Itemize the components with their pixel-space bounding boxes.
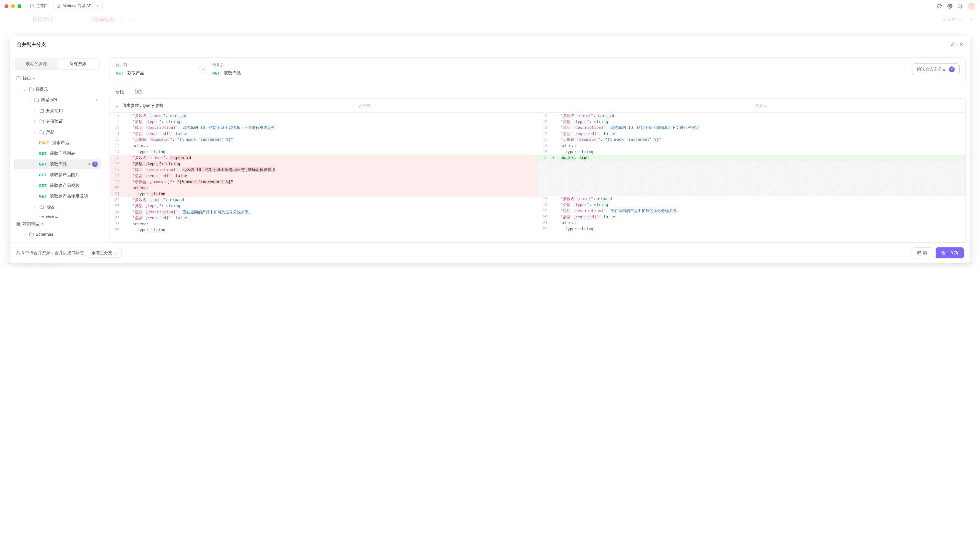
- chevron-icon: ⌄: [34, 130, 38, 134]
- bell-icon[interactable]: [957, 3, 963, 9]
- branch-name: 08w1: [98, 17, 108, 22]
- cancel-button[interactable]: 取 消: [912, 247, 932, 258]
- status-dot: [89, 163, 90, 165]
- modal-title: 合并到主分支: [17, 42, 46, 48]
- after-label: 合并后: [212, 62, 290, 68]
- code-line: 15--"参数名 [name]": region_id: [110, 155, 537, 161]
- user-avatar[interactable]: [968, 2, 975, 10]
- close-modal-icon[interactable]: ✕: [959, 42, 963, 47]
- tree-item[interactable]: ›购物车: [14, 212, 101, 218]
- tree-label: 商城 API: [41, 97, 57, 103]
- diff-left-pane[interactable]: 8-"参数名 [name]": cart_id9"类型 [type]": str…: [110, 113, 538, 242]
- confirm-merge-button[interactable]: 确认合入主分支 ✓: [912, 63, 959, 75]
- tree-item[interactable]: GET获取产品✓: [14, 159, 101, 169]
- settings-icon[interactable]: [947, 3, 953, 9]
- project-tab[interactable]: Medusa 商城 API ✕: [53, 2, 103, 10]
- merge-button[interactable]: 合并 3 项: [936, 247, 964, 258]
- tree-label: 产品: [46, 129, 55, 135]
- tab-preview[interactable]: 预览: [130, 85, 148, 98]
- code-line: 18-"必需 [required]": false: [110, 173, 537, 179]
- tree-item[interactable]: ⌄商城 API: [14, 95, 101, 105]
- diff-section-title: 请求参数 / Query 参数: [122, 103, 164, 109]
- code-line: 15 type: string: [538, 149, 966, 155]
- tree-item[interactable]: ›开始使用: [14, 106, 101, 116]
- chevron-down-icon: ▾: [33, 77, 37, 80]
- method-badge: GET: [39, 184, 47, 188]
- method-badge: GET: [116, 71, 124, 75]
- tree-item[interactable]: GET获取产品列表: [14, 148, 101, 159]
- folder-icon: [40, 109, 44, 113]
- chevron-down-icon[interactable]: ⌄: [116, 104, 119, 107]
- folder-icon: [40, 205, 44, 209]
- tree-item[interactable]: ⌄根目录: [14, 84, 101, 95]
- home-tab[interactable]: 主窗口: [27, 2, 51, 10]
- svg-point-0: [949, 5, 951, 7]
- tree-item[interactable]: GET获取参产品使用说明: [14, 191, 101, 201]
- more-icon[interactable]: ⋯: [128, 17, 132, 22]
- maximize-window-button[interactable]: [18, 4, 21, 8]
- data-model-section-header[interactable]: 数据模型 ▾: [12, 220, 102, 228]
- post-merge-status-select[interactable]: 跟随主分支 ⌄: [88, 248, 122, 258]
- close-window-button[interactable]: [5, 4, 8, 8]
- diff-before-header: 合并前: [166, 103, 563, 109]
- code-line: 25"必需 [required]": false: [110, 215, 537, 221]
- app-header: 接口管理 ⎇ 08w1 ✕ ＋ ⋯ 测试环境 ⌄ ≡: [0, 12, 980, 27]
- code-line: 21schema:: [538, 220, 966, 226]
- svg-rect-3: [17, 223, 21, 224]
- tree-item[interactable]: GET获取参产品图片: [14, 170, 101, 180]
- folder-icon: [29, 232, 34, 237]
- tab-changed-resources[interactable]: 改动的资源: [16, 59, 57, 69]
- modal-footer: 共 3 个待合并资源，合并后接口状态 跟随主分支 ⌄ 取 消 合并 3 项: [10, 242, 970, 263]
- tree-label: Schemas: [35, 232, 53, 237]
- diff-right-pane[interactable]: 9-"参数名 [name]": cart_id10"类型 [type]": st…: [538, 113, 966, 242]
- chevron-icon: ›: [34, 109, 38, 113]
- env-label: 测试环境: [942, 17, 958, 22]
- tree-item[interactable]: ⌄产品: [14, 127, 101, 137]
- traffic-lights: [5, 4, 21, 8]
- code-line: 14schema:: [538, 143, 966, 149]
- code-line: [538, 173, 966, 178]
- check-icon: ✓: [949, 66, 955, 72]
- tree-label: 开始使用: [46, 108, 63, 114]
- code-line: 10"类型 [type]": string: [538, 119, 966, 125]
- api-name-before: 获取产品: [127, 70, 144, 76]
- tree-item-schemas[interactable]: ⌄ Schemas: [14, 229, 101, 239]
- project-tab-label: Medusa 商城 API: [63, 3, 93, 9]
- home-tab-label: 主窗口: [36, 3, 48, 9]
- tab-all-resources[interactable]: 所有资源: [57, 59, 99, 69]
- tree-item[interactable]: GET获取参产品视频: [14, 180, 101, 191]
- folder-icon: [40, 119, 44, 124]
- before-label: 合并前: [116, 62, 193, 68]
- menu-icon[interactable]: ≡: [970, 17, 972, 22]
- code-line: 19-"示例值 [example]": "{% mock 'increment'…: [110, 179, 537, 185]
- close-tab-icon[interactable]: ✕: [96, 4, 99, 8]
- folder-icon: [40, 215, 44, 218]
- arrow-right-icon: →: [199, 66, 206, 73]
- collapse-icon[interactable]: [951, 42, 955, 47]
- minimize-window-button[interactable]: [11, 4, 15, 8]
- code-line: 12"示例值 [example]": "{% mock 'increment' …: [110, 136, 537, 143]
- tree-item[interactable]: ›身份验证: [14, 116, 101, 127]
- branch-pill[interactable]: ⎇ 08w1 ✕: [89, 16, 116, 22]
- api-name-after: 获取产品: [224, 70, 241, 76]
- tree-item[interactable]: ›地区: [14, 202, 101, 212]
- add-tab-icon[interactable]: ＋: [119, 16, 124, 22]
- resource-filter-tabs: 改动的资源 所有资源: [15, 58, 100, 70]
- chevron-down-icon: ⌄: [959, 17, 962, 22]
- code-line: 13"示例值 [example]": "{% mock 'increment' …: [538, 136, 966, 143]
- tree-label: 地区: [46, 204, 55, 210]
- code-line: 9"类型 [type]": string: [110, 119, 537, 125]
- method-badge: GET: [39, 173, 47, 177]
- close-icon[interactable]: ✕: [109, 17, 113, 22]
- chevron-down-icon: ⌄: [23, 233, 27, 236]
- code-line: 22 type: string: [538, 226, 966, 232]
- tab-diff[interactable]: 对比: [111, 86, 129, 99]
- code-line: 16-"类型 [type]": string: [110, 161, 537, 167]
- tree-item[interactable]: POST搜索产品: [14, 138, 101, 148]
- code-line: 26schema:: [110, 221, 537, 227]
- svg-rect-2: [17, 223, 21, 223]
- env-select[interactable]: 测试环境 ⌄: [939, 16, 966, 24]
- refresh-icon[interactable]: [937, 3, 942, 9]
- tree-label: 根目录: [35, 87, 48, 92]
- api-section-header[interactable]: 接口 ▾: [12, 74, 102, 83]
